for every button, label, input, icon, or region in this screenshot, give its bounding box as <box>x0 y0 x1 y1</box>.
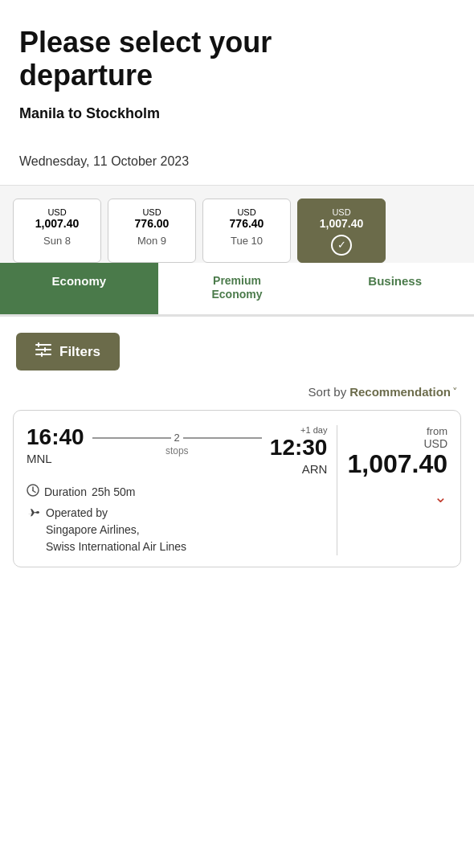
header-section: Please select your departure Manila to S… <box>0 0 474 185</box>
filters-section: Filters <box>0 317 474 379</box>
currency-label: USD <box>423 437 447 450</box>
operated-by-row: Operated by Singapore Airlines,Swiss Int… <box>27 505 327 555</box>
filters-button[interactable]: Filters <box>16 333 120 371</box>
svg-rect-1 <box>35 349 51 350</box>
from-label: from <box>427 425 447 437</box>
stops-line: 2 <box>92 432 262 444</box>
svg-rect-3 <box>38 342 39 347</box>
flight-price-col: from USD 1,007.40 ⌄ <box>347 425 447 555</box>
date-card-day: Mon 9 <box>115 235 189 247</box>
date-strip: USD 1,007.40 Sun 8 USD 776.00 Mon 9 USD … <box>0 186 474 263</box>
date-card-mon9[interactable]: USD 776.00 Mon 9 <box>108 199 196 263</box>
flight-price: 1,007.40 <box>347 450 447 478</box>
date-card-day: Tue 10 <box>210 235 284 247</box>
date-card-day: Sun 8 <box>20 235 94 247</box>
tab-premium-economy[interactable]: PremiumEconomy <box>158 263 317 315</box>
route-label: Manila to Stockholm <box>19 105 455 122</box>
svg-line-8 <box>33 491 35 493</box>
svg-rect-4 <box>44 347 46 352</box>
operator-names: Singapore Airlines,Swiss International A… <box>46 523 186 553</box>
date-strip-container: USD 1,007.40 Sun 8 USD 776.00 Mon 9 USD … <box>0 185 474 317</box>
duration-value: 25h 50m <box>92 485 135 498</box>
flight-times-row: 16:40 MNL 2 stops +1 day 12:30 ARN <box>27 425 327 476</box>
line-right <box>183 437 262 439</box>
departure-date-label: Wednesday, 11 October 2023 <box>19 154 455 169</box>
plus-day-label: +1 day <box>300 425 327 435</box>
line-left <box>92 437 171 439</box>
sort-value[interactable]: Recommendation <box>349 385 451 399</box>
sort-label: Sort by <box>309 385 347 399</box>
flight-card-inner: 16:40 MNL 2 stops +1 day 12:30 ARN <box>27 425 447 555</box>
flight-main-content: 16:40 MNL 2 stops +1 day 12:30 ARN <box>27 425 327 555</box>
svg-rect-5 <box>41 352 43 357</box>
clock-icon <box>27 484 39 500</box>
arrival-code: ARN <box>302 462 328 476</box>
sort-chevron-icon[interactable]: ˅ <box>452 386 458 398</box>
date-card-sun8[interactable]: USD 1,007.40 Sun 8 <box>13 199 101 263</box>
sort-section: Sort by Recommendation ˅ <box>0 379 474 410</box>
stops-count: 2 <box>171 432 183 444</box>
selected-check-icon: ✓ <box>331 235 352 256</box>
page-title: Please select your departure <box>19 26 455 92</box>
date-card-price: 1,007.40 <box>304 217 378 230</box>
stops-label: stops <box>165 445 189 457</box>
date-card-currency: USD <box>210 207 284 217</box>
date-card-currency: USD <box>115 207 189 217</box>
plane-icon <box>27 506 41 522</box>
flight-card: 16:40 MNL 2 stops +1 day 12:30 ARN <box>13 410 461 567</box>
filters-button-label: Filters <box>59 344 100 360</box>
arrival-time: 12:30 <box>270 436 328 461</box>
date-card-price: 776.00 <box>115 217 189 230</box>
date-card-day: ✓ <box>304 235 378 256</box>
operated-label: Operated by <box>46 506 108 519</box>
duration-label: Duration <box>44 485 87 498</box>
departure-code: MNL <box>27 452 84 465</box>
flight-departure: 16:40 MNL <box>27 425 84 465</box>
date-card-currency: USD <box>20 207 94 217</box>
tab-business[interactable]: Business <box>316 263 474 315</box>
filters-icon <box>35 342 51 361</box>
date-card-currency: USD <box>304 207 378 217</box>
svg-rect-2 <box>35 354 51 355</box>
operated-info: Operated by Singapore Airlines,Swiss Int… <box>46 505 186 555</box>
departure-time: 16:40 <box>27 425 84 450</box>
card-expand-row: ⌄ <box>434 487 447 506</box>
card-price-divider <box>337 425 337 555</box>
cabin-tabs: Economy PremiumEconomy Business <box>0 263 474 317</box>
date-card-price: 1,007.40 <box>20 217 94 230</box>
tab-economy[interactable]: Economy <box>0 263 158 315</box>
flight-duration-row: Duration 25h 50m <box>27 484 327 500</box>
date-card-tue10[interactable]: USD 776.40 Tue 10 <box>202 199 291 263</box>
flight-middle: 2 stops <box>84 432 270 457</box>
expand-chevron-icon[interactable]: ⌄ <box>434 487 447 506</box>
flight-arrival: +1 day 12:30 ARN <box>270 425 328 476</box>
date-card-price: 776.40 <box>210 217 284 230</box>
date-card-selected[interactable]: USD 1,007.40 ✓ <box>297 199 386 263</box>
